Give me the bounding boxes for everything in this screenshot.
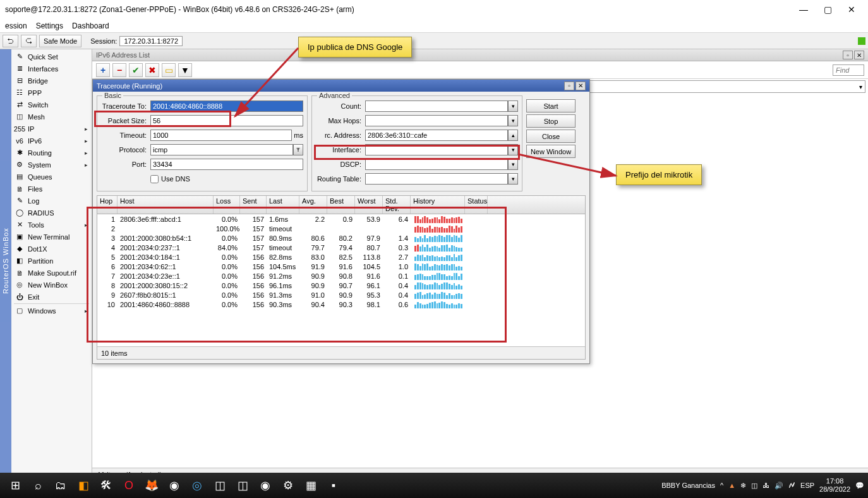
port-input[interactable] [150,159,303,170]
redo-button[interactable]: ⮎ [21,35,37,47]
firefox-icon[interactable]: 🦊 [140,474,163,497]
chrome-icon[interactable]: ◉ [163,474,186,497]
table-row[interactable]: 82001:2000:3080:15::20.0%15696.1ms90.990… [97,281,585,290]
back-button[interactable]: ⮌ [3,35,18,47]
taskbar[interactable]: ⊞ ⌕ 🗂 ◧ 🛠 O 🦊 ◉ ◎ ◫ ◫ ◉ ⚙ ▦ ▪ BBBY Ganan… [0,473,868,498]
sidebar-item-queues[interactable]: ▤Queues [11,171,92,183]
routingtable-input[interactable] [365,173,508,185]
sidebar-item-switch[interactable]: ⇄Switch [11,99,92,111]
start-icon[interactable]: ⊞ [4,474,27,497]
sidebar-item-log[interactable]: ✎Log [11,195,92,207]
maxhops-input[interactable] [365,115,508,126]
th-host[interactable]: Host [118,196,214,214]
routingtable-dropdown-icon[interactable]: ▾ [508,173,518,185]
sidebar-item-dot1x[interactable]: ◆Dot1X [11,243,92,255]
tray-icon-2[interactable]: ❄ [740,482,746,490]
widget-bbby[interactable]: BBBY Ganancias [661,482,715,489]
sidebar-item-bridge[interactable]: ⊟Bridge [11,75,92,87]
tool-icon[interactable]: 🛠 [95,474,118,497]
sidebar-item-interfaces[interactable]: ≣Interfaces [11,63,92,75]
dscp-input[interactable] [365,159,508,170]
sidebar-item-windows[interactable]: ▢Windows▸ [11,305,92,317]
app-icon-2[interactable]: ◫ [231,474,254,497]
sidebar-item-routing[interactable]: ✱Routing▸ [11,147,92,159]
disable-button[interactable]: ✖ [145,63,159,77]
tray-notifications-icon[interactable]: 💬 [855,482,864,490]
tray-lang[interactable]: ESP [800,482,814,489]
subwin-close-icon[interactable]: ✕ [854,51,864,59]
th-best[interactable]: Best [327,196,355,214]
comment-button[interactable]: ▭ [162,63,176,77]
sidebar-item-ppp[interactable]: ☷PPP [11,87,92,99]
sidebar-item-make-supout.rif[interactable]: 🗎Make Supout.rif [11,267,92,279]
th-hop[interactable]: Hop [97,196,118,214]
dscp-dropdown-icon[interactable]: ▾ [508,159,518,170]
th-loss[interactable]: Loss [214,196,240,214]
find-input[interactable] [833,64,864,76]
remove-button[interactable]: − [112,63,126,77]
search-icon[interactable]: ⌕ [27,474,49,497]
interface-dropdown-icon[interactable]: ▾ [508,144,518,155]
table-row[interactable]: 62001:2034:0:62::10.0%156104.5ms91.991.6… [97,262,585,271]
tray-icon-3[interactable]: ◫ [751,482,757,490]
protocol-input[interactable] [150,144,293,155]
minimize-icon[interactable]: ― [796,3,811,16]
sidebar-item-radius[interactable]: ◯RADIUS [11,207,92,219]
maxhops-dropdown-icon[interactable]: ▾ [508,115,518,126]
timeout-input[interactable] [150,130,292,141]
table-row[interactable]: 2100.0%157timeout [97,224,585,233]
table-row[interactable]: 72001:2034:0:23e::10.0%15691.2ms90.990.8… [97,271,585,281]
tray-icon-1[interactable]: ▲ [728,482,735,489]
sidebar-item-tools[interactable]: ✕Tools▸ [11,219,92,231]
sidebar-item-ipv6[interactable]: v6IPv6▸ [11,135,92,147]
table-row[interactable]: 12806:3e6:fff::abcd:10.0%1571.6ms2.20.95… [97,214,585,224]
table-row[interactable]: 52001:2034:0:184::10.0%15682.8ms83.082.5… [97,252,585,262]
safe-mode-button[interactable]: Safe Mode [39,35,81,47]
tray-volume-icon[interactable]: 🔊 [775,482,783,490]
table-row[interactable]: 32001:2000:3080:b54::10.0%15780.9ms80.68… [97,233,585,243]
th-last[interactable]: Last [267,196,299,214]
opera-icon[interactable]: O [118,474,140,497]
sidebar-item-files[interactable]: 🗎Files [11,183,92,195]
sidebar-item-new-terminal[interactable]: ▣New Terminal [11,231,92,243]
chrome2-icon[interactable]: ◉ [254,474,277,497]
packet-size-input[interactable] [150,115,303,126]
th-hist[interactable]: History [411,196,465,214]
table-row[interactable]: 102001:4860:4860::88880.0%15690.3ms90.49… [97,300,585,309]
th-worst[interactable]: Worst [355,196,383,214]
new-window-button[interactable]: New Window [526,145,576,158]
add-button[interactable]: + [96,63,110,77]
sidebar-item-new-winbox[interactable]: ◎New WinBox [11,279,92,291]
filter-icon[interactable]: ▼ [178,63,192,77]
sidebar-item-ip[interactable]: 255IP▸ [11,123,92,135]
table-row[interactable]: 42001:2034:0:237::184.0%157timeout79.779… [97,243,585,252]
interface-input[interactable] [365,144,508,155]
srcaddr-dropdown-icon[interactable]: ▴ [508,130,518,141]
sidebar-item-mesh[interactable]: ◫Mesh [11,111,92,123]
start-button[interactable]: Start [526,99,576,112]
tray-battery-icon[interactable]: 🗲 [788,482,795,489]
enable-button[interactable]: ✔ [129,63,143,77]
use-dns-checkbox[interactable] [150,175,159,183]
menu-dashboard[interactable]: Dashboard [72,21,109,30]
traceroute-to-input[interactable] [150,100,303,112]
sidebar-item-system[interactable]: ⚙System▸ [11,159,92,171]
app-icon-1[interactable]: ◫ [208,474,231,497]
th-avg[interactable]: Avg. [299,196,327,214]
stop-button[interactable]: Stop [526,114,576,128]
maximize-icon[interactable]: ▢ [820,3,835,16]
tr-minimize-icon[interactable]: ▫ [564,82,574,90]
sublime-icon[interactable]: ◧ [72,474,95,497]
th-std[interactable]: Std. Dev. [383,196,411,214]
protocol-dropdown-icon[interactable]: Ŧ [293,144,303,155]
winbox-icon[interactable]: ◎ [186,474,208,497]
sidebar-item-exit[interactable]: ⏻Exit [11,291,92,303]
tray-clock[interactable]: 17:08 28/9/2022 [819,477,850,494]
tray-chevron-icon[interactable]: ^ [720,482,723,489]
settings-icon[interactable]: ⚙ [277,474,299,497]
table-row[interactable]: 92607:f8b0:8015::10.0%15691.3ms91.090.99… [97,290,585,300]
sidebar-item-partition[interactable]: ◧Partition [11,255,92,267]
close-icon[interactable]: ✕ [844,3,859,16]
tray-network-icon[interactable]: 🖧 [763,482,769,489]
count-dropdown-icon[interactable]: ▾ [508,100,518,112]
